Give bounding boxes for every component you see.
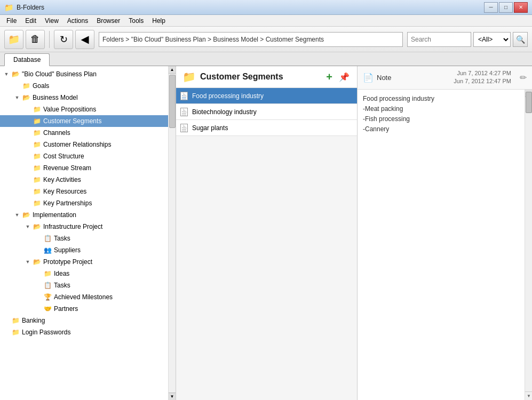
expander-key-activities[interactable] [23, 175, 32, 184]
expander-key-resources[interactable] [23, 187, 32, 196]
doc-icon-food [180, 92, 188, 100]
menu-item-actions[interactable]: Actions [63, 16, 92, 26]
expander-customer-segments[interactable] [23, 117, 32, 125]
folder-icon-banking: 📁 [11, 316, 20, 325]
pin-button[interactable]: 📌 [338, 70, 351, 83]
expander-customer-relationships[interactable] [23, 140, 32, 149]
list-item-food[interactable]: Food processing industry [176, 88, 357, 104]
expander-login-passwords[interactable] [2, 328, 11, 337]
folder-icon-goals: 📁 [21, 82, 31, 90]
menu-item-help[interactable]: Help [148, 16, 170, 26]
tree-item-prototype-project[interactable]: ▼ 📂 Prototype Project [0, 256, 168, 268]
search-input[interactable] [407, 32, 471, 47]
tree-item-infrastructure-project[interactable]: ▼ 📂 Infrastructure Project [0, 221, 168, 233]
menu-item-file[interactable]: File [2, 16, 21, 26]
tree-item-ideas[interactable]: 📁 Ideas [0, 268, 168, 279]
tree-item-revenue-stream[interactable]: 📁 Revenue Stream [0, 162, 168, 174]
list-item-sugar[interactable]: Sugar plants [176, 120, 357, 136]
trash-button[interactable]: 🗑 [26, 30, 45, 49]
tree-item-key-partnerships[interactable]: 📁 Key Partnerships [0, 197, 168, 209]
folder-up-button[interactable]: 📁 [4, 30, 23, 49]
note-panel: 📄 Note Jun 7, 2012 4:27 PM Jun 7, 2012 1… [358, 66, 532, 400]
folder-icon-cost-structure: 📁 [32, 152, 42, 161]
expander-bio-cloud[interactable]: ▼ [2, 70, 11, 78]
titlebar-title: B-Folders [17, 4, 44, 11]
menu-item-view[interactable]: View [41, 16, 63, 26]
expander-tasks2[interactable] [34, 281, 43, 290]
note-scrollbar[interactable]: ▲ ▼ [525, 90, 532, 400]
tree-label-ideas: Ideas [54, 270, 69, 277]
menu-item-browser[interactable]: Browser [92, 16, 124, 26]
tree-scrollbar[interactable]: ▲ ▼ [168, 66, 176, 400]
close-button[interactable]: ✕ [514, 2, 528, 13]
note-header-left: 📄 Note [363, 73, 391, 83]
add-item-button[interactable]: + [323, 70, 336, 83]
expander-value-propositions[interactable] [23, 105, 32, 114]
filter-select[interactable]: <All> [473, 32, 511, 47]
expander-tasks1[interactable] [34, 234, 43, 243]
tree-item-tasks1[interactable]: 📋 Tasks [0, 233, 168, 244]
folder-icon-revenue-stream: 📁 [32, 164, 42, 172]
expander-implementation[interactable]: ▼ [13, 211, 21, 219]
middle-folder-icon: 📁 [182, 70, 196, 83]
tree-item-channels[interactable]: 📁 Channels [0, 127, 168, 139]
tab-database[interactable]: Database [4, 53, 50, 66]
expander-milestones[interactable] [34, 293, 43, 301]
maximize-button[interactable]: □ [499, 2, 513, 13]
back-button[interactable]: ◀ [75, 30, 94, 49]
tree-item-bio-cloud[interactable]: ▼ 📂 "Bio Cloud" Business Plan [0, 68, 168, 80]
tree-item-tasks2[interactable]: 📋 Tasks [0, 279, 168, 291]
tree-item-customer-relationships[interactable]: 📁 Customer Relationships [0, 139, 168, 150]
tree-item-login-passwords[interactable]: 📁 Login Passwords [0, 326, 168, 338]
scroll-down-arrow[interactable]: ▼ [169, 393, 176, 400]
tree-item-cost-structure[interactable]: 📁 Cost Structure [0, 150, 168, 162]
expander-business-model[interactable]: ▼ [13, 93, 21, 102]
folder-icon-customer-relationships: 📁 [32, 140, 42, 149]
tree-label-implementation: Implementation [33, 211, 76, 219]
search-go-button[interactable]: 🔍 [513, 32, 528, 47]
minimize-button[interactable]: ─ [484, 2, 498, 13]
expander-banking[interactable] [2, 316, 11, 325]
expander-channels[interactable] [23, 129, 32, 137]
tree-item-key-resources[interactable]: 📁 Key Resources [0, 186, 168, 197]
note-date1: Jun 7, 2012 4:27 PM [454, 69, 511, 77]
doc-icon-biotech [180, 108, 188, 116]
folder-tree: ▼ 📂 "Bio Cloud" Business Plan 📁 Goals ▼ … [0, 66, 176, 400]
scroll-up-arrow[interactable]: ▲ [169, 66, 176, 74]
note-scrollbar-thumb[interactable] [526, 92, 532, 113]
tree-item-suppliers[interactable]: 👥 Suppliers [0, 244, 168, 256]
expander-prototype-project[interactable]: ▼ [23, 258, 32, 266]
expander-revenue-stream[interactable] [23, 164, 32, 172]
tree-label-key-partnerships: Key Partnerships [43, 199, 92, 207]
toolbar-separator-1 [49, 31, 50, 48]
menu-item-tools[interactable]: Tools [124, 16, 148, 26]
tree-item-key-activities[interactable]: 📁 Key Activities [0, 174, 168, 186]
list-item-biotech[interactable]: Biotechnology industry [176, 104, 357, 120]
expander-ideas[interactable] [34, 269, 43, 278]
expander-key-partnerships[interactable] [23, 199, 32, 207]
expander-partners[interactable] [34, 305, 43, 313]
tree-item-implementation[interactable]: ▼ 📂 Implementation [0, 209, 168, 221]
scroll-thumb[interactable] [169, 75, 176, 128]
note-edit-button[interactable]: ✏ [520, 73, 527, 83]
tree-label-bio-cloud: "Bio Cloud" Business Plan [22, 70, 97, 78]
tree-label-business-model: Business Model [33, 94, 78, 101]
expander-goals[interactable] [13, 82, 21, 90]
tree-item-customer-segments[interactable]: 📁 Customer Segments [0, 115, 168, 127]
tree-item-business-model[interactable]: ▼ 📂 Business Model [0, 92, 168, 103]
tree-label-suppliers: Suppliers [54, 246, 81, 254]
milestones-icon: 🏆 [43, 293, 52, 301]
note-header-right: Jun 7, 2012 4:27 PM Jun 7, 2012 12:47 PM… [454, 69, 527, 86]
refresh-button[interactable]: ↻ [54, 30, 73, 49]
tree-item-goals[interactable]: 📁 Goals [0, 80, 168, 92]
note-scroll-down[interactable]: ▼ [525, 391, 532, 400]
tree-item-milestones[interactable]: 🏆 Achieved Milestones [0, 291, 168, 303]
expander-cost-structure[interactable] [23, 152, 32, 161]
suppliers-icon: 👥 [43, 246, 52, 254]
expander-suppliers[interactable] [34, 246, 43, 254]
tree-item-banking[interactable]: 📁 Banking [0, 315, 168, 326]
tree-item-partners[interactable]: 🤝 Partners [0, 303, 168, 315]
menu-item-edit[interactable]: Edit [21, 16, 41, 26]
tree-item-value-propositions[interactable]: 📁 Value Propositions [0, 103, 168, 115]
expander-infrastructure-project[interactable]: ▼ [23, 222, 32, 231]
